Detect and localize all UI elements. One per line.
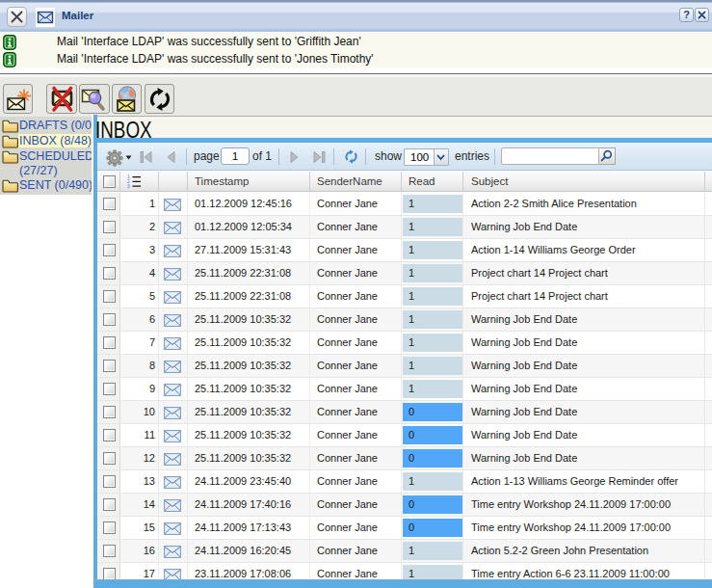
svg-text:3: 3 (127, 184, 130, 188)
